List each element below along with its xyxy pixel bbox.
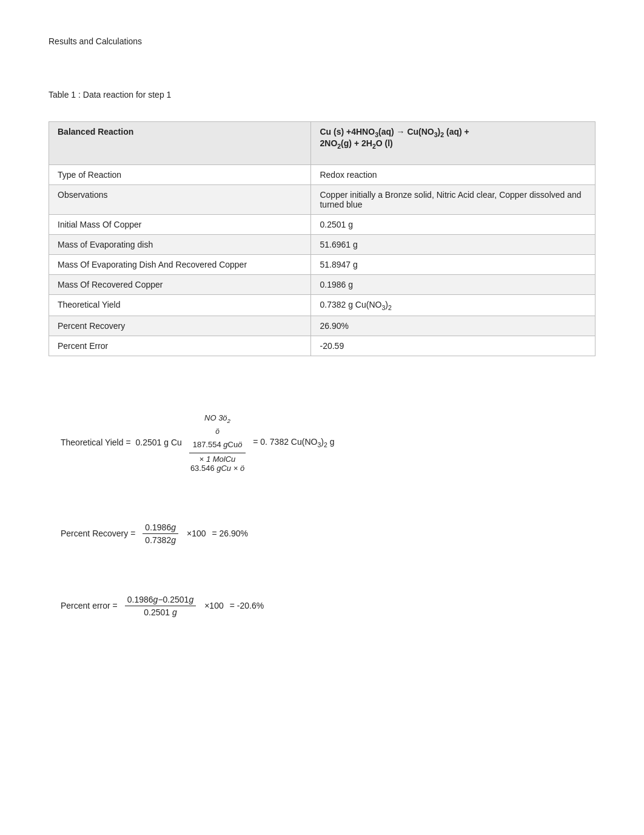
balanced-reaction-label: Balanced Reaction — [49, 122, 311, 165]
percent-error-numerator: 0.1986g−0.2501g — [125, 595, 196, 606]
percent-recovery-fraction: 0.1986g 0.7382g — [143, 522, 178, 545]
table-row: Mass Of Evaporating Dish And Recovered C… — [49, 254, 595, 274]
percent-error-times: ×100 — [204, 601, 224, 610]
table-row: Percent Recovery 26.90% — [49, 316, 595, 336]
observations-value: Copper initially a Bronze solid, Nitric … — [311, 184, 595, 214]
percent-recovery-denominator: 0.7382g — [143, 534, 178, 545]
initial-mass-label: Initial Mass Of Copper — [49, 214, 311, 234]
recovered-copper-label: Mass Of Recovered Copper — [49, 274, 311, 294]
table-row: Balanced Reaction Cu (s) +4HNO3(aq) → Cu… — [49, 122, 595, 165]
theoretical-yield-calc: Theoretical Yield = 0.2501 g Cu NO 3ö2 ö… — [61, 412, 595, 472]
table-row: Observations Copper initially a Bronze s… — [49, 184, 595, 214]
evap-dish-label: Mass of Evaporating dish — [49, 234, 311, 254]
percent-error-result: = -20.6% — [230, 601, 264, 610]
initial-mass-value: 0.2501 g — [311, 214, 595, 234]
percent-error-label: Percent Error — [49, 336, 311, 356]
percent-recovery-label: Percent Recovery — [49, 316, 311, 336]
percent-error-calc: Percent error = 0.1986g−0.2501g 0.2501 g… — [61, 595, 595, 617]
table-title: Table 1 : Data reaction for step 1 — [49, 90, 595, 100]
theoretical-yield-value: 0.7382 g Cu(NO3)2 — [311, 294, 595, 316]
page-title: Results and Calculations — [49, 36, 595, 46]
recovered-copper-value: 0.1986 g — [311, 274, 595, 294]
observations-label: Observations — [49, 184, 311, 214]
theoretical-yield-initial: 0.2501 g Cu — [136, 438, 182, 447]
theoretical-yield-calc-label: Theoretical Yield = — [61, 438, 131, 447]
percent-error-fraction: 0.1986g−0.2501g 0.2501 g — [125, 595, 196, 617]
type-reaction-label: Type of Reaction — [49, 164, 311, 184]
percent-recovery-calc: Percent Recovery = 0.1986g 0.7382g ×100 … — [61, 522, 595, 545]
percent-recovery-result: = 26.90% — [212, 529, 249, 538]
evap-dish-recovered-value: 51.8947 g — [311, 254, 595, 274]
balanced-reaction-value: Cu (s) +4HNO3(aq) → Cu(NO3)2 (aq) + 2NO2… — [311, 122, 595, 165]
data-table: Balanced Reaction Cu (s) +4HNO3(aq) → Cu… — [49, 121, 595, 356]
percent-recovery-value: 26.90% — [311, 316, 595, 336]
theoretical-yield-fraction: NO 3ö2 ö 187.554 gCuö × 1 MolCu 63.546 g… — [187, 412, 248, 472]
evap-dish-recovered-label: Mass Of Evaporating Dish And Recovered C… — [49, 254, 311, 274]
percent-recovery-times: ×100 — [187, 529, 206, 538]
table-row: Mass of Evaporating dish 51.6961 g — [49, 234, 595, 254]
percent-error-calc-label: Percent error = — [61, 601, 118, 610]
percent-recovery-numerator: 0.1986g — [143, 522, 178, 534]
table-row: Percent Error -20.59 — [49, 336, 595, 356]
theoretical-yield-label: Theoretical Yield — [49, 294, 311, 316]
type-reaction-value: Redox reaction — [311, 164, 595, 184]
percent-error-denominator: 0.2501 g — [141, 606, 179, 617]
theoretical-yield-equals: = 0. 7382 Cu(NO3)2 g — [253, 437, 334, 448]
percent-error-value: -20.59 — [311, 336, 595, 356]
table-row: Initial Mass Of Copper 0.2501 g — [49, 214, 595, 234]
evap-dish-value: 51.6961 g — [311, 234, 595, 254]
percent-recovery-calc-label: Percent Recovery = — [61, 529, 135, 538]
table-row: Theoretical Yield 0.7382 g Cu(NO3)2 — [49, 294, 595, 316]
table-row: Mass Of Recovered Copper 0.1986 g — [49, 274, 595, 294]
table-row: Type of Reaction Redox reaction — [49, 164, 595, 184]
